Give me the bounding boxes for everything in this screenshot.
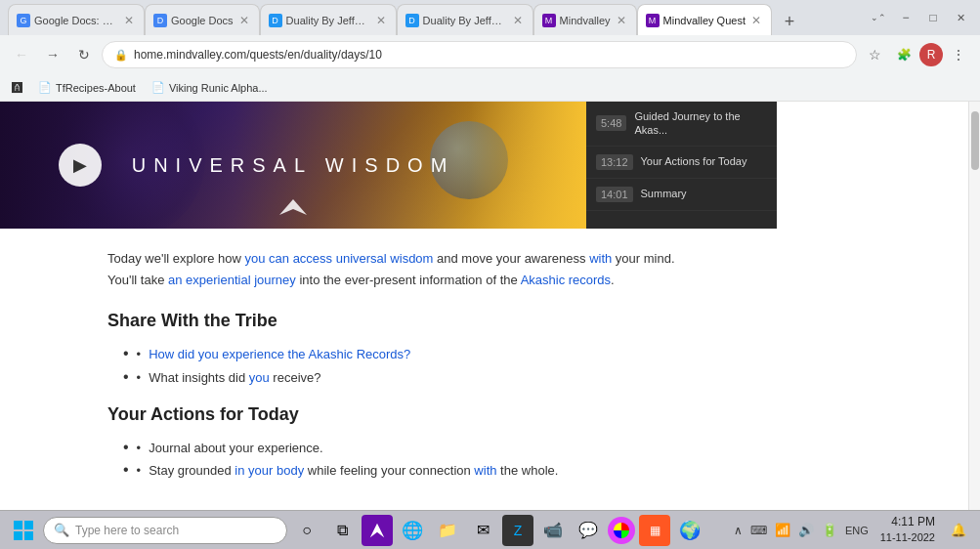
bookmark-a[interactable]: 🅰 (8, 80, 26, 96)
tray-keyboard-icon[interactable]: ⌨ (748, 522, 769, 539)
scrollbar-thumb[interactable] (971, 111, 979, 170)
start-button[interactable] (8, 515, 39, 546)
share-bullet-text-1: How did you experience the Akashic Recor… (149, 343, 410, 365)
tab-label: Google Docs: Onlin (34, 15, 118, 26)
address-bar[interactable]: 🔒 home.mindvalley.com/quests/en/duality/… (102, 41, 857, 68)
intro-text-1: Today we'll explore how (107, 251, 245, 266)
bookmark-tfrecipes[interactable]: 📄 TfRecipes-About (34, 79, 140, 96)
search-icon: 🔍 (54, 523, 69, 537)
window-controls: ⌄⌃ − □ ✕ (871, 6, 972, 29)
tab-close-btn[interactable]: ✕ (237, 12, 251, 29)
playlist-time: 5:48 (596, 115, 626, 131)
playlist-item-3[interactable]: 14:01 Summary (586, 179, 777, 211)
lock-icon: 🔒 (114, 49, 128, 62)
taskbar-edge-icon[interactable]: 🌐 (397, 515, 428, 546)
clock-area[interactable]: 4:11 PM 11-11-2022 (874, 514, 941, 545)
taskbar-chrome-icon[interactable]: 🌍 (674, 515, 705, 546)
share-bullet-text-2: What insights did you receive? (149, 366, 320, 389)
action-bullet-text-2: Stay grounded in your body while feeling… (149, 459, 558, 482)
maximize-button[interactable]: □ (921, 6, 945, 29)
taskbar-search-bar[interactable]: 🔍 Type here to search (43, 517, 287, 544)
svg-rect-0 (14, 521, 22, 529)
taskbar-chat-icon[interactable]: 💬 (573, 515, 604, 546)
bookmark-star-button[interactable]: ☆ (861, 41, 888, 68)
intro-link-3: an experiential journey (168, 273, 296, 287)
reload-button[interactable]: ↻ (70, 41, 98, 68)
intro-link-4: Akashic records (521, 273, 611, 287)
close-button[interactable]: ✕ (949, 6, 972, 29)
tab-close-btn[interactable]: ✕ (374, 12, 388, 29)
share-bullet-2: • What insights did you receive? (123, 366, 871, 389)
title-bar: G Google Docs: Onlin ✕ D Google Docs ✕ D… (0, 0, 980, 35)
task-view-button[interactable]: ⧉ (326, 515, 358, 546)
tray-battery-icon[interactable]: 🔋 (820, 521, 839, 539)
taskbar-explorer-icon[interactable]: 📁 (432, 515, 463, 546)
svg-rect-1 (24, 521, 33, 529)
video-player[interactable]: UNIVERSAL WISDOM ▶ (0, 102, 586, 229)
taskbar-browser-icon[interactable] (362, 515, 393, 546)
actions-bullets-list: • Journal about your experience. • Stay … (123, 437, 871, 483)
share-bullets-list: • How did you experience the Akashic Rec… (123, 343, 871, 389)
taskbar-app1-icon[interactable]: Z (502, 515, 533, 546)
page-content: UNIVERSAL WISDOM ▶ 5:48 Guided Journey t… (0, 102, 980, 510)
tray-eng-label: ENG (843, 523, 871, 538)
share-with-tribe-title: Share With the Tribe (107, 311, 871, 331)
tab-label: Mindvalley Quest (663, 15, 746, 26)
tab-favicon: G (17, 14, 30, 27)
clock-time: 4:11 PM (880, 514, 935, 530)
tab-mindvalley[interactable]: M Mindvalley ✕ (533, 4, 637, 35)
tab-favicon: M (542, 14, 556, 27)
cortana-button[interactable]: ○ (291, 515, 322, 546)
notification-button[interactable]: 🔔 (945, 515, 972, 546)
tab-google-docs[interactable]: D Google Docs ✕ (145, 4, 260, 35)
search-input[interactable]: Type here to search (75, 524, 277, 537)
tab-label: Duality By Jeffery A (286, 15, 370, 26)
profile-button[interactable]: R (919, 43, 943, 66)
nav-bar: ← → ↻ 🔒 home.mindvalley.com/quests/en/du… (0, 35, 980, 74)
taskbar-mail-icon[interactable]: ✉ (467, 515, 498, 546)
back-button[interactable]: ← (8, 41, 35, 68)
new-tab-button[interactable]: + (776, 8, 803, 35)
intro-text-4: into the ever-present information of the (296, 273, 521, 287)
video-section: UNIVERSAL WISDOM ▶ 5:48 Guided Journey t… (0, 102, 968, 229)
main-content: UNIVERSAL WISDOM ▶ 5:48 Guided Journey t… (0, 102, 968, 510)
tab-close-btn[interactable]: ✕ (122, 12, 136, 29)
tab-mindvalley-quest[interactable]: M Mindvalley Quest ✕ (637, 4, 772, 35)
tray-network-icon[interactable]: 📶 (773, 521, 792, 539)
tab-duality-2[interactable]: D Duality By Jeffery A ✕ (397, 4, 533, 35)
taskbar: 🔍 Type here to search ○ ⧉ 🌐 📁 ✉ Z 📹 💬 ▦ … (0, 510, 980, 549)
tab-close-btn[interactable]: ✕ (749, 12, 763, 29)
arrows-icon[interactable]: ⌄⌃ (871, 13, 886, 22)
playlist-title: Your Actions for Today (641, 154, 747, 168)
address-text: home.mindvalley.com/quests/en/duality/da… (134, 48, 844, 62)
tray-up-arrow[interactable]: ∧ (732, 522, 745, 539)
tray-volume-icon[interactable]: 🔊 (796, 521, 816, 539)
svg-rect-3 (24, 531, 33, 540)
minimize-button[interactable]: − (894, 6, 917, 29)
taskbar-circle-icon[interactable] (608, 517, 635, 544)
playlist-item-1[interactable]: 5:48 Guided Journey to the Akas... (586, 102, 777, 147)
tab-duality-1[interactable]: D Duality By Jeffery A ✕ (260, 4, 397, 35)
action-bullet-1: • Journal about your experience. (123, 437, 871, 459)
intro-text-5: . (611, 273, 615, 287)
playlist: 5:48 Guided Journey to the Akas... 13:12… (586, 102, 777, 229)
taskbar-app2-icon[interactable]: ▦ (639, 515, 670, 546)
forward-button[interactable]: → (39, 41, 66, 68)
page-scrollbar[interactable] (968, 102, 980, 510)
tab-google-docs-online[interactable]: G Google Docs: Onlin ✕ (8, 4, 145, 35)
tab-strip: G Google Docs: Onlin ✕ D Google Docs ✕ D… (8, 0, 863, 35)
playlist-time: 13:12 (596, 154, 633, 170)
action-bullet-2: • Stay grounded in your body while feeli… (123, 459, 871, 482)
taskbar-meet-icon[interactable]: 📹 (537, 515, 569, 546)
tab-label: Duality By Jeffery A (423, 15, 507, 26)
bookmark-viking[interactable]: 📄 Viking Runic Alpha... (148, 79, 272, 96)
tab-close-btn[interactable]: ✕ (615, 12, 628, 29)
extensions-button[interactable]: 🧩 (890, 41, 917, 68)
tab-close-btn[interactable]: ✕ (511, 12, 525, 29)
playlist-time: 14:01 (596, 187, 633, 202)
playlist-item-2[interactable]: 13:12 Your Actions for Today (586, 147, 777, 179)
video-play-button[interactable]: ▶ (59, 144, 102, 187)
more-options-button[interactable]: ⋮ (945, 41, 972, 68)
tab-label: Google Docs (171, 15, 234, 26)
bullet-marker: • (137, 459, 142, 482)
